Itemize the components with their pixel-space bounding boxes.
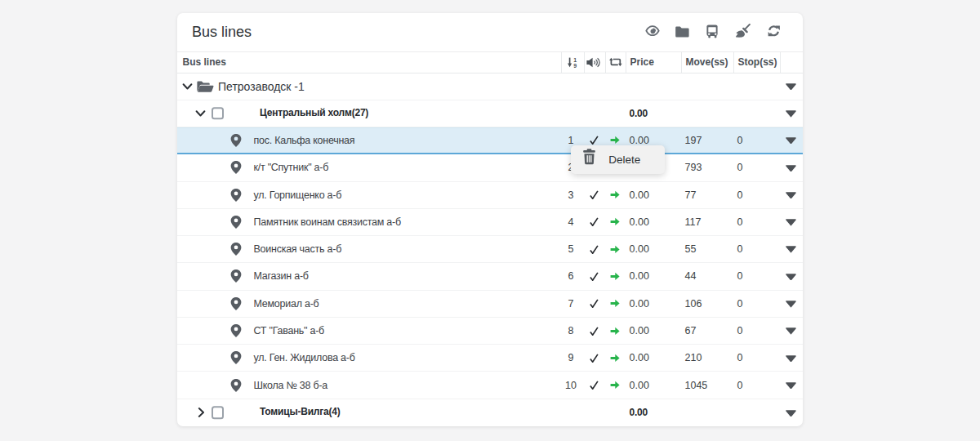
svg-text:1: 1 xyxy=(573,57,577,63)
svg-text:9: 9 xyxy=(573,63,577,68)
